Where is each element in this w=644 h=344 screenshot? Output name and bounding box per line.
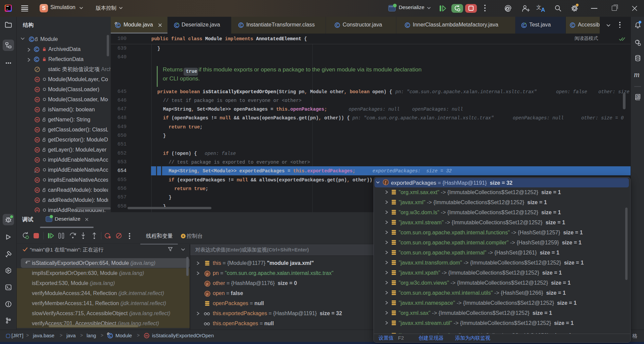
svg-text:m: m xyxy=(36,148,39,152)
svg-text:m: m xyxy=(36,118,39,121)
svg-text:m: m xyxy=(36,138,39,141)
svg-text:m: m xyxy=(36,208,39,212)
svg-text:m: m xyxy=(36,188,39,192)
svg-text:m: m xyxy=(36,158,39,162)
svg-text:m: m xyxy=(36,98,39,101)
svg-text:m: m xyxy=(36,178,39,182)
svg-text:p: p xyxy=(206,282,208,286)
svg-text:m: m xyxy=(36,77,39,81)
svg-text:A: A xyxy=(637,95,639,98)
svg-text:p: p xyxy=(206,292,208,296)
svg-text:p: p xyxy=(206,272,208,276)
svg-text:m: m xyxy=(36,198,39,202)
svg-text:m: m xyxy=(145,334,148,337)
svg-text:m: m xyxy=(36,88,39,91)
svg-text:m: m xyxy=(36,128,39,131)
svg-text:m: m xyxy=(36,108,39,111)
svg-text:m: m xyxy=(36,168,39,172)
